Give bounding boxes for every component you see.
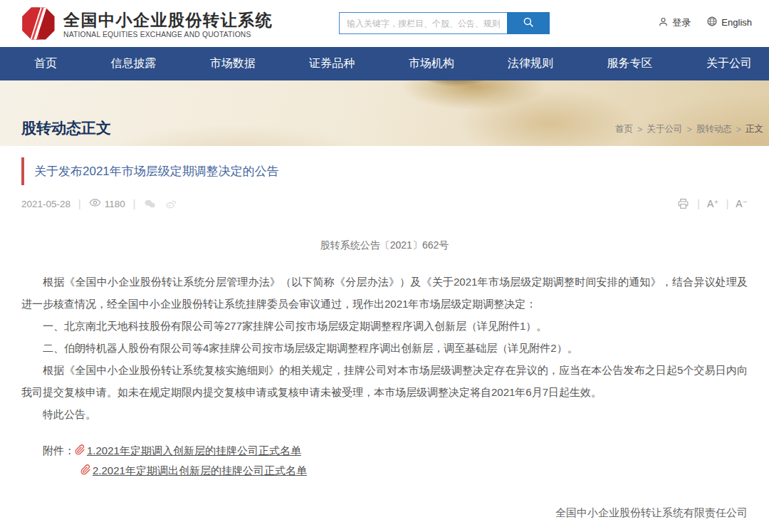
paperclip-icon: [80, 464, 91, 477]
meta-divider: |: [78, 198, 81, 209]
attachment-link-label: 2.2021年定期调出创新层的挂牌公司正式名单: [93, 464, 307, 478]
login-link[interactable]: 登录: [658, 16, 691, 29]
print-icon[interactable]: [676, 197, 690, 210]
paragraph: 根据《全国中小企业股份转让系统分层管理办法》（以下简称《分层办法》）及《关于20…: [21, 271, 748, 315]
attachment-link-2[interactable]: 2.2021年定期调出创新层的挂牌公司正式名单: [80, 464, 307, 478]
login-label: 登录: [672, 16, 691, 29]
attachment-row: 2.2021年定期调出创新层的挂牌公司正式名单: [43, 461, 748, 481]
attachment-row: 附件： 1.2021年定期调入创新层的挂牌公司正式名单: [43, 441, 748, 461]
paragraph: 根据《全国中小企业股份转让系统复核实施细则》的相关规定，挂牌公司对本市场层级调整…: [21, 359, 748, 403]
search-icon: [522, 16, 535, 31]
search-input[interactable]: [339, 12, 507, 34]
view-counter: 1180: [89, 197, 125, 211]
nav-item-home[interactable]: 首页: [31, 56, 60, 71]
article-body: 根据《全国中小企业股份转让系统分层管理办法》（以下简称《分层办法》）及《关于20…: [21, 271, 748, 425]
language-label: English: [721, 17, 752, 28]
site-header: 全国中小企业股份转让系统 NATIONAL EQUITIES EXCHANGE …: [0, 0, 769, 47]
meta-divider: |: [697, 198, 700, 209]
breadcrumb-separator: >: [637, 125, 642, 135]
attachments: 附件： 1.2021年定期调入创新层的挂牌公司正式名单: [21, 441, 748, 481]
meta-left: 2021-05-28 | 1180 |: [21, 197, 177, 211]
page-title: 股转动态正文: [21, 118, 111, 138]
header-utilities: 登录 English: [658, 16, 752, 29]
breadcrumb-separator: >: [736, 125, 741, 135]
nav-item-services[interactable]: 服务专区: [605, 56, 656, 71]
attachments-label: 附件：: [43, 444, 75, 458]
breadcrumb-separator: >: [686, 125, 691, 135]
paragraph: 特此公告。: [21, 403, 748, 425]
breadcrumb: 首页 > 关于公司 > 股转动态 > 正文: [615, 123, 763, 135]
signature-date: 2021年5月28日: [21, 525, 748, 532]
page: 全国中小企业股份转让系统 NATIONAL EQUITIES EXCHANGE …: [0, 0, 769, 532]
breadcrumb-current: 正文: [746, 123, 763, 135]
weibo-share-icon[interactable]: [164, 198, 177, 210]
view-count: 1180: [105, 199, 125, 209]
breadcrumb-news[interactable]: 股转动态: [696, 123, 732, 135]
meta-divider: |: [133, 198, 136, 209]
breadcrumb-about[interactable]: 关于公司: [647, 123, 682, 135]
nav-item-about[interactable]: 关于公司: [703, 56, 755, 71]
language-link[interactable]: English: [706, 16, 752, 29]
announcement-number: 股转系统公告〔2021〕662号: [21, 239, 748, 252]
article: 关于发布2021年市场层级定期调整决定的公告 2021-05-28 | 1180…: [0, 157, 769, 532]
font-increase-button[interactable]: A⁺: [707, 198, 719, 209]
article-title: 关于发布2021年市场层级定期调整决定的公告: [34, 163, 748, 179]
signature-block: 全国中小企业股份转让系统有限责任公司 2021年5月28日: [21, 501, 748, 532]
font-decrease-button[interactable]: A⁻: [736, 198, 748, 209]
attachment-link-label: 1.2021年定期调入创新层的挂牌公司正式名单: [87, 444, 301, 458]
attachment-link-1[interactable]: 1.2021年定期调入创新层的挂牌公司正式名单: [75, 444, 301, 458]
nav-item-market-data[interactable]: 市场数据: [207, 56, 258, 71]
logo-title: 全国中小企业股份转让系统: [63, 11, 273, 29]
nav-item-institutions[interactable]: 市场机构: [406, 56, 457, 71]
paragraph: 二、伯朗特机器人股份有限公司等4家挂牌公司按市场层级定期调整程序调出创新层，调至…: [21, 337, 748, 359]
paperclip-icon: [75, 444, 85, 457]
page-banner: 股转动态正文 首页 > 关于公司 > 股转动态 > 正文: [0, 80, 769, 146]
nav-item-rules[interactable]: 法律规则: [505, 56, 556, 71]
article-tools: | A⁺ | A⁻: [676, 197, 748, 210]
paragraph: 一、北京南北天地科技股份有限公司等277家挂牌公司按市场层级定期调整程序调入创新…: [21, 315, 748, 337]
user-icon: [658, 16, 669, 29]
main-nav: 首页 信息披露 市场数据 证券品种 市场机构 法律规则 服务专区 关于公司: [0, 47, 769, 80]
publish-date: 2021-05-28: [21, 199, 70, 209]
wechat-share-icon[interactable]: [143, 198, 157, 210]
signature-company: 全国中小企业股份转让系统有限责任公司: [21, 501, 748, 525]
neeq-logo-icon: [21, 6, 56, 43]
logo-subtitle: NATIONAL EQUITIES EXCHANGE AND QUOTATION…: [63, 31, 273, 38]
breadcrumb-home[interactable]: 首页: [615, 123, 633, 135]
article-title-block: 关于发布2021年市场层级定期调整决定的公告: [21, 157, 748, 185]
nav-item-disclosure[interactable]: 信息披露: [108, 56, 159, 71]
site-search: [339, 12, 550, 34]
article-meta: 2021-05-28 | 1180 |: [21, 197, 748, 211]
eye-icon: [89, 197, 101, 211]
meta-divider: |: [726, 198, 729, 209]
logo-text: 全国中小企业股份转让系统 NATIONAL EQUITIES EXCHANGE …: [63, 11, 273, 38]
search-button[interactable]: [507, 12, 550, 34]
site-logo[interactable]: 全国中小企业股份转让系统 NATIONAL EQUITIES EXCHANGE …: [21, 6, 273, 43]
globe-icon: [706, 16, 718, 29]
nav-item-securities[interactable]: 证券品种: [306, 56, 357, 71]
